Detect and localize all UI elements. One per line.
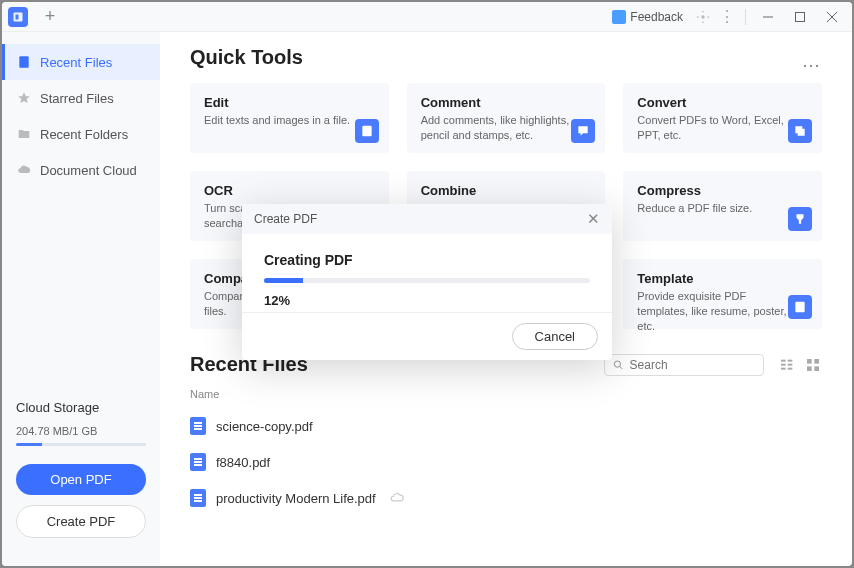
- modal-status-title: Creating PDF: [264, 252, 590, 268]
- modal-close-button[interactable]: ✕: [587, 210, 600, 228]
- progress-percent: 12%: [264, 293, 590, 308]
- create-pdf-modal: Create PDF ✕ Creating PDF 12% Cancel: [242, 204, 612, 360]
- modal-header-title: Create PDF: [254, 212, 317, 226]
- cancel-button[interactable]: Cancel: [512, 323, 598, 350]
- progress-bar: [264, 278, 590, 283]
- modal-overlay: Create PDF ✕ Creating PDF 12% Cancel: [2, 2, 852, 566]
